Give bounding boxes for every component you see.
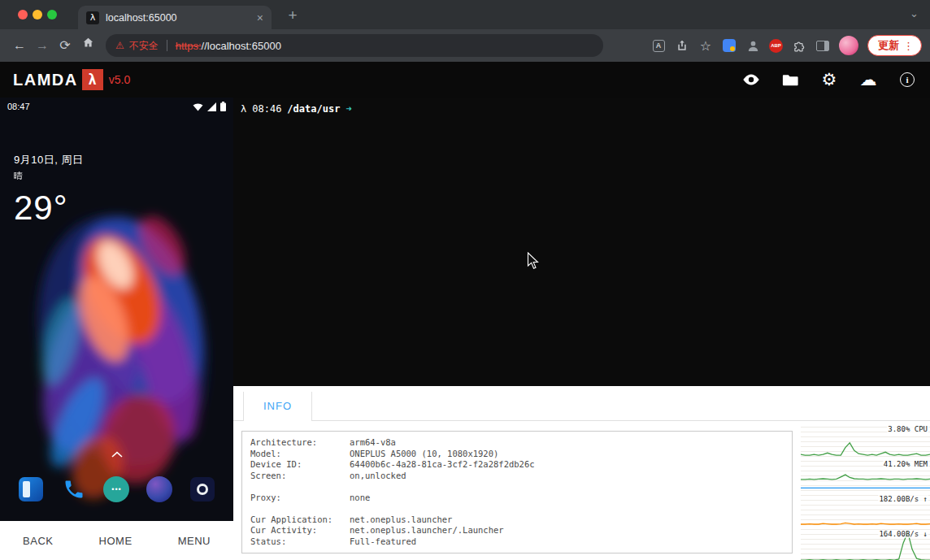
app-version: v5.0 bbox=[109, 73, 130, 86]
terminal-panel[interactable]: λ 08:46 /data/usr ➜ bbox=[233, 98, 930, 386]
gear-icon: ⚙ bbox=[822, 70, 837, 89]
table-row: Device ID:64400b6c-4a28-81ca-3cf2-f2a28f… bbox=[250, 459, 784, 471]
back-nav-button[interactable]: BACK bbox=[23, 535, 53, 547]
cloud-button[interactable]: ☁ bbox=[858, 70, 878, 89]
eye-icon bbox=[741, 70, 761, 89]
tab-close-icon[interactable]: × bbox=[257, 11, 263, 24]
visibility-eye-button[interactable] bbox=[741, 70, 761, 89]
omnibox-divider bbox=[167, 40, 167, 51]
temperature-text: 29° bbox=[14, 189, 83, 228]
url-text: https://localhost:65000 bbox=[176, 40, 281, 52]
lamda-app-header: LAMDA λ v5.0 ⚙ ☁ i bbox=[0, 62, 930, 98]
memory-chart-label: 41.20% MEM bbox=[883, 460, 928, 468]
network-download-label: 164.00B/s ↓ bbox=[878, 530, 928, 538]
about-button[interactable]: i bbox=[897, 70, 917, 89]
menu-nav-button[interactable]: MENU bbox=[178, 535, 211, 547]
toolbar-extensions-area: A ☆ ABP 更新 ⋮ bbox=[651, 35, 922, 56]
gallery-app-icon[interactable] bbox=[17, 475, 45, 503]
table-row: Status:Full-featured bbox=[250, 536, 784, 548]
app-drawer-chevron-up-icon[interactable] bbox=[111, 446, 123, 461]
prompt-arrow-icon: ➜ bbox=[345, 103, 351, 115]
shell-lambda-icon: λ bbox=[241, 103, 246, 115]
signal-icon bbox=[207, 102, 216, 111]
lamda-logo-text: LAMDA bbox=[13, 71, 78, 89]
adblock-plus-icon[interactable]: ABP bbox=[769, 39, 783, 53]
phone-app-icon[interactable] bbox=[60, 475, 88, 503]
macos-minimize-button[interactable] bbox=[33, 10, 42, 20]
cpu-chart: 3.80% CPU bbox=[801, 423, 930, 458]
security-warning-label[interactable]: 不安全 bbox=[129, 39, 159, 53]
status-icons bbox=[193, 102, 226, 111]
device-nav-bar: BACK HOME MENU bbox=[0, 521, 233, 560]
status-clock: 08:47 bbox=[7, 102, 30, 111]
reload-button[interactable]: ⟳ bbox=[54, 34, 76, 57]
share-icon[interactable] bbox=[675, 38, 689, 53]
device-info-table: Architecture:arm64-v8a Model:ONEPLUS A50… bbox=[241, 431, 793, 553]
table-row: Model:ONEPLUS A5000 (10, 1080x1920) bbox=[250, 449, 784, 460]
browser-menu-icon[interactable]: ⋮ bbox=[903, 40, 914, 52]
prompt-time: 08:46 bbox=[252, 103, 281, 115]
messages-app-icon[interactable]: ••• bbox=[102, 475, 130, 503]
tab-info[interactable]: INFO bbox=[243, 392, 312, 421]
address-bar[interactable]: ⚠ 不安全 https://localhost:65000 bbox=[106, 34, 603, 57]
browser-sphere-app-icon[interactable] bbox=[146, 475, 173, 503]
browser-tab[interactable]: λ localhost:65000 × bbox=[78, 6, 272, 29]
table-row-spacer bbox=[250, 481, 784, 493]
url-protocol: https: bbox=[176, 40, 202, 52]
bottom-panel: INFO Architecture:arm64-v8a Model:ONEPLU… bbox=[233, 386, 930, 560]
table-row: Cur Application:net.oneplus.launcher bbox=[250, 514, 784, 526]
bookmark-star-icon[interactable]: ☆ bbox=[698, 38, 713, 53]
browser-tab-strip: λ localhost:65000 × + ⌄ bbox=[0, 0, 930, 29]
dock-app-row: ••• bbox=[0, 475, 233, 503]
folder-icon bbox=[781, 71, 800, 89]
table-row: Architecture:arm64-v8a bbox=[250, 437, 784, 449]
extension-bookmarks-icon[interactable] bbox=[722, 38, 737, 53]
device-mirror-panel: 08:47 9月10日, 周日 晴 29° ••• BACK HOME bbox=[0, 98, 233, 560]
tab-favicon-lambda-icon: λ bbox=[86, 11, 99, 24]
network-download-chart: 164.00B/s ↓ bbox=[801, 527, 930, 560]
wifi-icon bbox=[193, 102, 203, 111]
cpu-chart-label: 3.80% CPU bbox=[887, 425, 928, 433]
home-nav-button[interactable]: HOME bbox=[99, 535, 133, 547]
table-row: Proxy:none bbox=[250, 493, 784, 504]
cloud-icon: ☁ bbox=[860, 70, 877, 89]
weather-text: 晴 bbox=[14, 170, 83, 182]
network-upload-label: 182.00B/s ↑ bbox=[878, 495, 928, 503]
android-status-bar: 08:47 bbox=[0, 98, 233, 115]
url-host: //localhost:65000 bbox=[202, 40, 281, 52]
date-text: 9月10日, 周日 bbox=[14, 153, 83, 167]
memory-chart: 41.20% MEM bbox=[801, 458, 930, 493]
chrome-update-button[interactable]: 更新 ⋮ bbox=[867, 35, 922, 56]
camera-app-icon[interactable] bbox=[189, 475, 216, 503]
network-upload-chart: 182.00B/s ↑ bbox=[801, 493, 930, 527]
home-button[interactable] bbox=[76, 34, 99, 57]
table-row-spacer bbox=[250, 503, 784, 514]
lamda-logo-lambda-icon: λ bbox=[82, 69, 103, 90]
extension-profile-icon[interactable] bbox=[745, 38, 760, 53]
device-screen[interactable]: 08:47 9月10日, 周日 晴 29° ••• bbox=[0, 98, 233, 521]
forward-button[interactable]: → bbox=[31, 34, 54, 57]
performance-charts: 3.80% CPU 41.20% MEM 182.00B/s ↑ 164.00B… bbox=[801, 423, 930, 560]
tab-search-chevron-icon[interactable]: ⌄ bbox=[910, 7, 919, 20]
macos-fullscreen-button[interactable] bbox=[47, 10, 57, 20]
side-panel-icon[interactable] bbox=[815, 38, 830, 53]
table-row: Screen:on,unlocked bbox=[250, 471, 784, 482]
terminal-prompt: λ 08:46 /data/usr ➜ bbox=[241, 103, 923, 115]
prompt-cwd: /data/usr bbox=[287, 103, 340, 115]
mouse-cursor-icon bbox=[527, 252, 541, 270]
files-folder-button[interactable] bbox=[780, 70, 800, 89]
panel-tab-bar: INFO bbox=[233, 386, 930, 421]
app-header-actions: ⚙ ☁ i bbox=[741, 70, 917, 89]
security-warning-icon: ⚠ bbox=[115, 40, 124, 51]
table-row: Cur Activity:net.oneplus.launcher/.Launc… bbox=[250, 525, 784, 536]
lockscreen-date-widget: 9月10日, 周日 晴 29° bbox=[14, 153, 83, 228]
profile-avatar[interactable] bbox=[839, 36, 858, 55]
new-tab-button[interactable]: + bbox=[283, 7, 302, 26]
home-icon bbox=[81, 36, 95, 50]
back-button[interactable]: ← bbox=[8, 34, 31, 57]
translate-icon[interactable]: A bbox=[651, 38, 666, 53]
extensions-puzzle-icon[interactable] bbox=[792, 38, 806, 53]
browser-toolbar: ← → ⟳ ⚠ 不安全 https://localhost:65000 A ☆ … bbox=[0, 29, 930, 62]
settings-button[interactable]: ⚙ bbox=[819, 70, 839, 89]
macos-close-button[interactable] bbox=[18, 10, 28, 20]
